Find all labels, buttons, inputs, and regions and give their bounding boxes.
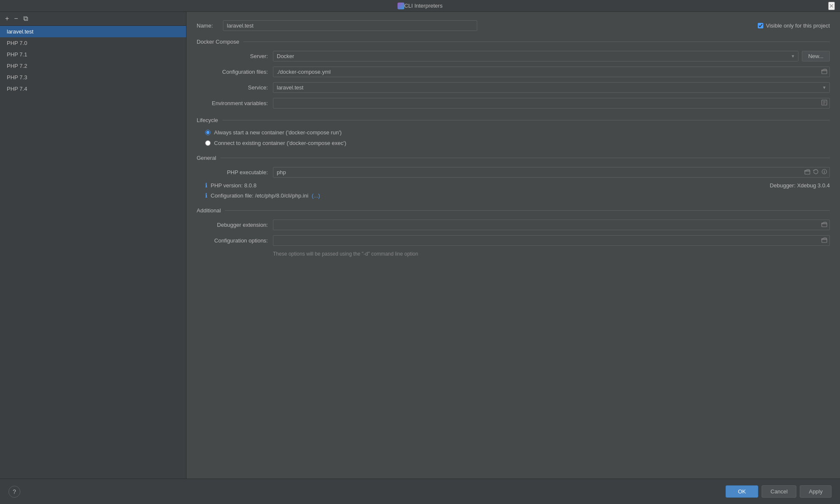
sidebar-item-laravel-test[interactable]: laravel.test (0, 26, 186, 37)
general-section: General PHP executable: (197, 155, 830, 199)
lifecycle-section: Lifecycle Always start a new container (… (197, 117, 830, 146)
info-icon-version: ℹ (205, 182, 207, 189)
section-divider-lifecycle (223, 120, 830, 120)
visible-checkbox[interactable] (758, 23, 763, 28)
config-file-link[interactable]: (...) (312, 192, 320, 199)
php-browse-button[interactable] (804, 169, 810, 176)
sidebar-toolbar: + − ⧉ (0, 12, 186, 26)
config-options-browse-button[interactable] (821, 237, 827, 244)
radio-row-2: Connect to existing container ('docker-c… (205, 140, 830, 146)
close-button[interactable]: ✕ (828, 2, 835, 10)
title-bar: CLI Interpreters ✕ (0, 0, 840, 12)
ok-button[interactable]: OK (726, 485, 758, 498)
new-server-button[interactable]: New... (802, 51, 830, 61)
visible-checkbox-area: Visible only for this project (758, 22, 830, 29)
config-files-row: Configuration files: (205, 67, 830, 77)
hint-text: These options will be passed using the "… (205, 251, 830, 257)
env-vars-input[interactable] (273, 98, 830, 109)
service-row: Service: laravel.test ▼ (205, 82, 830, 93)
server-select-wrapper: Docker ▼ (273, 51, 798, 61)
svg-rect-5 (822, 223, 827, 227)
section-divider (243, 42, 830, 42)
debugger-ext-row: Debugger extension: (205, 220, 830, 230)
name-row: Name: Visible only for this project (197, 20, 830, 31)
sidebar-item-php-7-1[interactable]: PHP 7.1 (0, 49, 186, 60)
lifecycle-radio-2[interactable] (205, 140, 211, 146)
php-refresh-button[interactable] (813, 169, 819, 176)
name-label: Name: (197, 22, 213, 29)
sidebar-item-php-7-2[interactable]: PHP 7.2 (0, 60, 186, 72)
php-executable-row: PHP executable: (205, 167, 830, 178)
section-divider-additional (225, 210, 830, 211)
env-vars-edit-button[interactable] (821, 100, 827, 107)
name-input[interactable] (223, 20, 477, 31)
add-button[interactable]: + (3, 14, 11, 23)
docker-form: Server: Docker ▼ New... Configuration fi… (197, 51, 830, 109)
content-area: Name: Visible only for this project Dock… (186, 12, 840, 479)
sidebar-item-label: PHP 7.0 (7, 40, 27, 46)
additional-title: Additional (197, 207, 221, 214)
docker-compose-section: Docker Compose Server: Docker ▼ New... (197, 39, 830, 109)
sidebar-item-php-7-4[interactable]: PHP 7.4 (0, 83, 186, 95)
config-file-row: ℹ Configuration file: /etc/php/8.0/cli/p… (205, 192, 830, 199)
service-select-wrapper: laravel.test ▼ (273, 82, 830, 93)
sidebar-item-php-7-3[interactable]: PHP 7.3 (0, 72, 186, 83)
service-select[interactable]: laravel.test (273, 82, 830, 93)
svg-rect-6 (822, 239, 827, 242)
lifecycle-header: Lifecycle (197, 117, 830, 123)
docker-compose-header: Docker Compose (197, 39, 830, 45)
debugger-ext-browse-button[interactable] (821, 221, 827, 228)
php-info-button[interactable] (821, 169, 827, 176)
php-executable-input[interactable] (273, 167, 830, 178)
svg-rect-0 (822, 70, 827, 74)
info-icon-config: ℹ (205, 192, 207, 199)
radio-row-1: Always start a new container ('docker-co… (205, 129, 830, 136)
apply-button[interactable]: Apply (800, 485, 832, 498)
server-select[interactable]: Docker (273, 51, 798, 61)
sidebar-item-php-7-0[interactable]: PHP 7.0 (0, 37, 186, 49)
lifecycle-radio-1[interactable] (205, 130, 211, 135)
config-files-label: Configuration files: (205, 69, 273, 75)
help-button[interactable]: ? (8, 486, 20, 498)
config-file-label: Configuration file: /etc/php/8.0/cli/php… (211, 192, 309, 199)
config-options-label: Configuration options: (205, 237, 273, 244)
config-options-input[interactable] (273, 235, 830, 246)
additional-form: Debugger extension: (197, 220, 830, 257)
sidebar-item-label: PHP 7.3 (7, 74, 27, 81)
footer: ? OK Cancel Apply (0, 479, 840, 504)
additional-header: Additional (197, 207, 830, 214)
sidebar-item-label: laravel.test (7, 28, 33, 35)
debugger-ext-input[interactable] (273, 220, 830, 230)
config-options-row: Configuration options: (205, 235, 830, 246)
php-input-icons (804, 169, 827, 176)
env-vars-row: Environment variables: (205, 98, 830, 109)
general-form: PHP executable: (197, 167, 830, 199)
env-vars-label: Environment variables: (205, 100, 273, 106)
php-version-row: ℹ PHP version: 8.0.8 Debugger: Xdebug 3.… (205, 182, 830, 189)
sidebar: + − ⧉ laravel.test PHP 7.0 PHP 7.1 PHP 7… (0, 12, 186, 479)
lifecycle-option-1-label: Always start a new container ('docker-co… (214, 129, 342, 136)
visible-checkbox-label: Visible only for this project (766, 22, 830, 29)
cancel-button[interactable]: Cancel (762, 485, 796, 498)
service-label: Service: (205, 84, 273, 91)
debugger-label: Debugger: Xdebug 3.0.4 (770, 182, 830, 189)
general-header: General (197, 155, 830, 161)
docker-compose-title: Docker Compose (197, 39, 239, 45)
server-row: Server: Docker ▼ New... (205, 51, 830, 61)
lifecycle-option-2-label: Connect to existing container ('docker-c… (214, 140, 346, 146)
remove-button[interactable]: − (12, 14, 19, 23)
general-title: General (197, 155, 216, 161)
footer-left: ? (8, 486, 20, 498)
config-files-input-wrapper (273, 67, 830, 77)
copy-button[interactable]: ⧉ (22, 14, 30, 23)
config-options-input-wrapper (273, 235, 830, 246)
lifecycle-options: Always start a new container ('docker-co… (197, 129, 830, 146)
lifecycle-title: Lifecycle (197, 117, 218, 123)
sidebar-item-label: PHP 7.4 (7, 86, 27, 92)
php-version-label: PHP version: 8.0.8 (211, 182, 256, 189)
svg-point-4 (824, 170, 824, 171)
config-files-input[interactable] (273, 67, 830, 77)
sidebar-item-label: PHP 7.2 (7, 63, 27, 69)
server-label: Server: (205, 53, 273, 59)
config-files-browse-button[interactable] (821, 68, 827, 75)
